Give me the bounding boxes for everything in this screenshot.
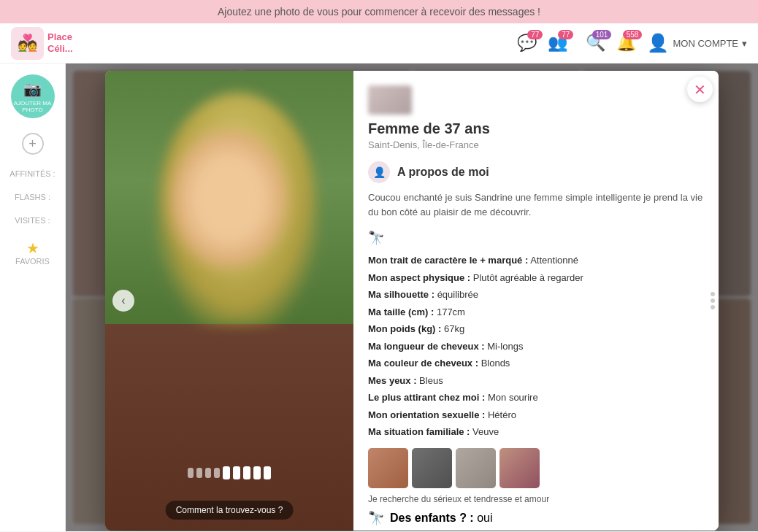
account-label: MON COMPTE bbox=[673, 38, 738, 49]
trait-height: Ma taille (cm) : 177cm bbox=[368, 305, 704, 320]
physical-label: Mon aspect physique : bbox=[368, 272, 470, 283]
scroll-dot-3 bbox=[711, 305, 715, 309]
profile-name: Femme de 37 ans bbox=[368, 120, 704, 137]
profile-photo bbox=[105, 71, 353, 531]
logo-text: PlaceCéli... bbox=[47, 31, 73, 54]
trait-caractere: Mon trait de caractère le + marqué : Att… bbox=[368, 253, 704, 268]
sidebar-add-button[interactable]: + bbox=[22, 133, 44, 155]
trait-attractive: Le plus attirant chez moi : Mon sourire bbox=[368, 390, 704, 405]
children-label: Des enfants ? : bbox=[390, 512, 474, 524]
add-photo-label: AJOUTER MAPHOTO bbox=[14, 100, 52, 113]
affinites-label: AFFINITÉS : bbox=[9, 169, 55, 178]
photo-nav-left[interactable]: ‹ bbox=[112, 290, 134, 312]
hair-color-value: Blonds bbox=[481, 358, 510, 369]
likes-badge: 101 bbox=[592, 30, 612, 39]
add-photo-button[interactable]: 📷 AJOUTER MAPHOTO bbox=[11, 74, 55, 118]
photo-dot-7 bbox=[243, 466, 250, 479]
header-nav: 💬 77 👥 77 🔍 101 🔔 558 👤 MON COMPTE ▾ bbox=[517, 33, 747, 53]
close-button[interactable]: ✕ bbox=[687, 77, 713, 102]
height-value: 177cm bbox=[437, 307, 465, 317]
close-icon: ✕ bbox=[694, 81, 706, 99]
children-value: oui bbox=[477, 512, 492, 524]
thumb-4[interactable] bbox=[499, 448, 540, 488]
nav-likes[interactable]: 🔍 101 bbox=[586, 34, 605, 53]
photo-dot-5 bbox=[223, 466, 230, 479]
silhouette-label: Ma silhouette : bbox=[368, 289, 434, 300]
account-button[interactable]: 👤 MON COMPTE ▾ bbox=[647, 33, 747, 53]
scroll-indicator bbox=[711, 292, 715, 309]
favoris-label: FAVORIS bbox=[15, 257, 50, 266]
visites-label: VISITES : bbox=[15, 216, 50, 225]
camera-icon: 📷 bbox=[23, 80, 42, 98]
height-label: Ma taille (cm) : bbox=[368, 307, 434, 317]
flashs-label: FLASHS : bbox=[15, 193, 50, 201]
scroll-dot-2 bbox=[711, 298, 715, 303]
weight-label: Mon poids (kg) : bbox=[368, 323, 441, 334]
bottom-thumbnails bbox=[368, 448, 704, 488]
photo-dot-3 bbox=[205, 468, 211, 478]
header: 💑 PlaceCéli... 💬 77 👥 77 🔍 101 🔔 558 👤 M… bbox=[0, 23, 758, 63]
attractive-value: Mon sourire bbox=[488, 392, 538, 403]
binoculars-icon-2: 🔭 bbox=[368, 510, 384, 526]
traits-section: Mon trait de caractère le + marqué : Att… bbox=[368, 253, 704, 439]
visitors-badge: 77 bbox=[558, 30, 573, 39]
second-section: 🔭 Des enfants ? : oui bbox=[368, 510, 704, 526]
nav-notifications[interactable]: 🔔 558 bbox=[616, 34, 636, 53]
photo-dot-9 bbox=[264, 466, 271, 479]
messages-badge: 77 bbox=[527, 30, 543, 39]
photo-dot-2 bbox=[196, 468, 202, 478]
trait-silhouette: Ma silhouette : équilibrée bbox=[368, 288, 704, 302]
sidebar-item-favoris[interactable]: ★ FAVORIS bbox=[15, 239, 50, 266]
scroll-dot-1 bbox=[711, 292, 715, 296]
thumb-1[interactable] bbox=[368, 448, 408, 488]
photo-dots bbox=[188, 466, 271, 479]
family-label: Ma situation familiale : bbox=[368, 426, 470, 437]
sidebar-item-affinites[interactable]: AFFINITÉS : bbox=[9, 169, 55, 178]
orientation-value: Hétéro bbox=[488, 409, 516, 420]
traits-section-header: 🔭 bbox=[368, 230, 704, 246]
thumb-3[interactable] bbox=[456, 448, 496, 488]
top-banner: Ajoutez une photo de vous pour commencer… bbox=[0, 0, 758, 23]
sidebar-item-flashs[interactable]: FLASHS : bbox=[15, 193, 50, 201]
about-title: A propos de moi bbox=[397, 166, 489, 179]
traits-label: Mon trait de caractère le + marqué : bbox=[368, 255, 528, 266]
star-icon: ★ bbox=[26, 239, 39, 257]
trait-weight: Mon poids (kg) : 67kg bbox=[368, 322, 704, 336]
person-icon: 👤 bbox=[368, 161, 390, 183]
trait-orientation: Mon orientation sexuelle : Hétéro bbox=[368, 408, 704, 423]
trait-hair-color: Ma couleur de cheveux : Blonds bbox=[368, 356, 704, 371]
banner-text: Ajoutez une photo de vous pour commencer… bbox=[218, 6, 540, 18]
trait-family: Ma situation familiale : Veuve bbox=[368, 425, 704, 439]
chevron-down-icon: ▾ bbox=[742, 38, 747, 49]
children-row: Des enfants ? : oui bbox=[390, 512, 493, 525]
modal-info-side: Femme de 37 ans Saint-Denis, Île-de-Fran… bbox=[353, 71, 719, 531]
silhouette-value: équilibrée bbox=[437, 289, 478, 300]
attractive-label: Le plus attirant chez moi : bbox=[368, 392, 485, 403]
logo: 💑 PlaceCéli... bbox=[11, 27, 73, 60]
profile-header-image bbox=[368, 85, 412, 115]
sidebar-item-visites[interactable]: VISITES : bbox=[15, 216, 50, 225]
photo-dot-1 bbox=[188, 468, 194, 478]
main-layout: 📷 AJOUTER MAPHOTO + AFFINITÉS : FLASHS :… bbox=[0, 63, 758, 531]
modal-photo-side: ‹ C bbox=[105, 71, 353, 531]
photo-dot-6 bbox=[233, 466, 240, 479]
nav-visitors[interactable]: 👥 77 bbox=[548, 34, 567, 53]
photo-rating-label: Comment la trouvez-vous ? bbox=[176, 505, 283, 515]
about-text: Coucou enchanté je suis Sandrine une fem… bbox=[368, 190, 704, 219]
weight-value: 67kg bbox=[444, 323, 464, 334]
photo-dot-4 bbox=[214, 468, 220, 478]
thumb-2[interactable] bbox=[412, 448, 452, 488]
binoculars-icon: 🔭 bbox=[368, 230, 384, 246]
trait-eyes: Mes yeux : Bleus bbox=[368, 374, 704, 388]
trait-physical: Mon aspect physique : Plutôt agréable à … bbox=[368, 271, 704, 285]
nav-messages[interactable]: 💬 77 bbox=[517, 34, 537, 53]
physical-value: Plutôt agréable à regarder bbox=[473, 272, 583, 283]
family2-row: Ma situation familiale : bbox=[368, 530, 704, 531]
hair-length-value: Mi-longs bbox=[487, 341, 523, 352]
logo-icon: 💑 bbox=[11, 27, 44, 60]
chevron-left-icon: ‹ bbox=[121, 294, 125, 307]
modal-overlay: ✕ bbox=[66, 63, 758, 531]
photo-dot-8 bbox=[253, 466, 261, 479]
photo-rating[interactable]: Comment la trouvez-vous ? bbox=[166, 501, 294, 520]
content-area: ✕ bbox=[66, 63, 758, 531]
